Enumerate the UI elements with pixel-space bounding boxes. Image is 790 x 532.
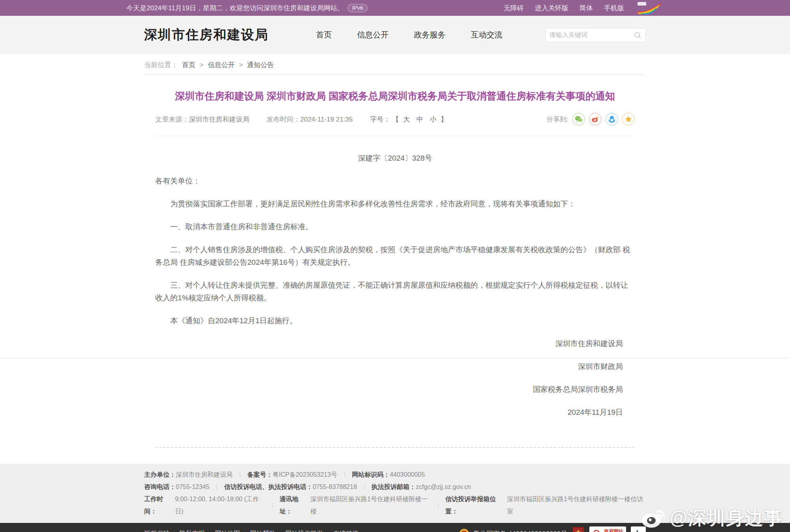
signature-org: 深圳市住房和建设局 [155, 337, 635, 350]
copyright-link[interactable]: 版权保护 [144, 530, 169, 532]
share-qzone-star-icon[interactable] [622, 113, 635, 126]
font-size-medium-button[interactable]: 中 [416, 116, 423, 123]
footer-value: 9:00-12:00, 14:00-18:00 (工作日) [175, 493, 265, 517]
publish-time-label: 发布时间： [267, 116, 300, 123]
footer-label: 信访投诉电话、执法投诉电话： [224, 481, 312, 493]
article-meta: 文章来源：深圳市住房和建设局 发布时间：2024-11-19 21:35 字号：… [144, 113, 646, 126]
footer-value: 0755-83788218 [312, 481, 357, 493]
breadcrumb-separator: > [199, 61, 203, 69]
error-finder-magnifier-icon [592, 529, 602, 532]
police-record-text: 粤公网安备 44030402002800号 [473, 529, 567, 532]
footer-separator [272, 502, 273, 508]
dashed-divider [155, 447, 635, 448]
gov-emblem-badge-icon[interactable] [572, 526, 585, 532]
article: 深圳市住房和建设局 深圳市财政局 国家税务总局深圳市税务局关于取消普通住房标准有… [144, 89, 646, 448]
horizontal-rule [0, 358, 790, 358]
footer-label: 工作时间： [144, 493, 175, 517]
weibo-logo-icon [641, 506, 666, 530]
footer-separator [344, 472, 345, 478]
footer-separator [216, 484, 217, 490]
bracket-close: 】 [441, 116, 448, 123]
topbar: 今天是2024年11月19日，星期二，欢迎您访问深圳市住房和建设局网站。 IPv… [0, 0, 790, 16]
bottom-separator: - [327, 530, 329, 532]
footer-value: 4403000005 [390, 468, 425, 481]
bottom-separator: - [244, 530, 246, 532]
main-nav: 首页 信息公开 政务服务 互动交流 [316, 30, 502, 40]
ipv6-badge[interactable]: IPv6 [348, 4, 367, 12]
footer-label: 执法投诉邮箱： [372, 481, 416, 493]
article-title: 深圳市住房和建设局 深圳市财政局 国家税务总局深圳市税务局关于取消普通住房标准有… [144, 89, 646, 103]
meta-divider [155, 136, 635, 136]
nav-info-disclosure[interactable]: 信息公开 [357, 30, 389, 40]
footer-value: 0755-12345 [176, 481, 209, 493]
nav-interaction[interactable]: 互动交流 [471, 30, 502, 40]
breadcrumb-separator: > [239, 61, 243, 69]
footer-row: 主办单位： 深圳市住房和建设局 备案号： 粤ICP备2023053213号 网站… [144, 468, 646, 481]
rainbow-swoosh-logo-icon [635, 1, 664, 15]
footer-value: 深圳市福田区振兴路1号住建科研楼附楼一楼 [310, 493, 431, 517]
sitemap-link[interactable]: 网站地图 [215, 530, 240, 532]
simplified-chinese-link[interactable]: 简体 [579, 4, 593, 13]
bottom-separator: - [209, 530, 211, 532]
footer-separator [438, 502, 438, 508]
breadcrumb-home[interactable]: 首页 [182, 61, 196, 69]
font-size-small-button[interactable]: 小 [430, 116, 436, 123]
footer-value: 深圳市福田区振兴路1号住建科研楼附楼一楼信访室 [507, 493, 646, 517]
site-guide-link[interactable]: 网站操作指引 [285, 530, 323, 532]
share-label: 分享到: [546, 115, 568, 124]
police-record[interactable]: 粤公网安备 44030402002800号 [459, 528, 567, 532]
accessibility-link[interactable]: 无障碍 [504, 4, 524, 13]
footer-value: 粤ICP备2023053213号 [273, 468, 337, 481]
font-size-control: 字号： 【 大 中 小 】 [370, 115, 448, 124]
source-label: 文章来源： [155, 116, 189, 123]
share-group: 分享到: [546, 113, 635, 126]
care-version-link[interactable]: 进入关怀版 [535, 4, 568, 13]
footer-row: 咨询电话： 0755-12345 信访投诉电话、执法投诉电话： 0755-837… [144, 481, 646, 493]
bottom-separator: - [279, 530, 281, 532]
search-icon[interactable] [634, 31, 641, 39]
footer-value: 深圳市住房和建设局 [176, 468, 233, 481]
privacy-link[interactable]: 隐私声明 [179, 530, 205, 532]
site-header: 深圳市住房和建设局 首页 信息公开 政务服务 互动交流 [0, 16, 790, 54]
footer-label: 主办单位： [144, 468, 176, 481]
nav-gov-services[interactable]: 政务服务 [414, 30, 446, 40]
breadcrumb-info-disclosure[interactable]: 信息公开 [208, 61, 235, 69]
font-size-large-button[interactable]: 大 [403, 116, 410, 123]
signature-org: 深圳市财政局 [155, 360, 635, 373]
footer-separator [364, 484, 365, 490]
bottom-separator: - [173, 530, 175, 532]
police-badge-icon [459, 528, 470, 532]
salutation: 各有关单位： [155, 175, 635, 187]
share-weibo-icon[interactable] [589, 113, 602, 126]
source-value: 深圳市住房和建设局 [189, 116, 249, 123]
gov-site-error-badge[interactable]: 政府网站 找错 [589, 526, 626, 532]
site-help-link[interactable]: 网站帮助 [250, 530, 275, 532]
friend-links-link[interactable]: 友情链接 [333, 530, 359, 532]
paragraph: 本《通知》自2024年12月1日起施行。 [155, 315, 635, 327]
font-size-label: 字号： [370, 116, 390, 123]
mobile-version-link[interactable]: 手机版 [604, 4, 624, 13]
paragraph: 一、取消本市普通住房和非普通住房标准。 [155, 221, 635, 233]
weibo-watermark: @深圳身边事 [641, 506, 783, 530]
share-wechat-icon[interactable] [572, 113, 585, 126]
footer-label: 咨询电话： [144, 481, 176, 493]
footer-label: 备案号： [247, 468, 273, 481]
nav-home[interactable]: 首页 [316, 30, 332, 40]
search-input[interactable] [549, 32, 634, 39]
paragraph: 三、对个人转让住房未提供完整、准确的房屋原值凭证，不能正确计算房屋原值和应纳税额… [155, 279, 635, 304]
paragraph: 为贯彻落实国家工作部署，更好满足居民刚性住房需求和多样化改善性住房需求，经市政府… [155, 198, 635, 210]
signature-org: 国家税务总局深圳市税务局 [155, 383, 635, 396]
share-qq-icon[interactable] [606, 113, 618, 126]
breadcrumb: 当前位置： 首页 > 信息公开 > 通知公告 [144, 54, 646, 75]
breadcrumb-notices[interactable]: 通知公告 [247, 61, 274, 69]
watermark-text: @深圳身边事 [670, 506, 783, 530]
breadcrumb-label: 当前位置： [144, 61, 178, 69]
footer-row: 工作时间： 9:00-12:00, 14:00-18:00 (工作日) 通讯地址… [144, 493, 646, 517]
document-number: 深建字〔2024〕328号 [144, 152, 646, 165]
publish-time-value: 2024-11-19 21:35 [300, 116, 353, 123]
welcome-text: 今天是2024年11月19日，星期二，欢迎您访问深圳市住房和建设局网站。 [126, 4, 344, 13]
signature-date: 2024年11月19日 [155, 406, 635, 419]
article-body: 各有关单位： 为贯彻落实国家工作部署，更好满足居民刚性住房需求和多样化改善性住房… [144, 175, 646, 419]
footer-label: 通讯地址： [280, 493, 310, 517]
paragraph: 二、对个人销售住房涉及的增值税、个人购买住房涉及的契税，按照《关于促进房地产市场… [155, 244, 635, 269]
